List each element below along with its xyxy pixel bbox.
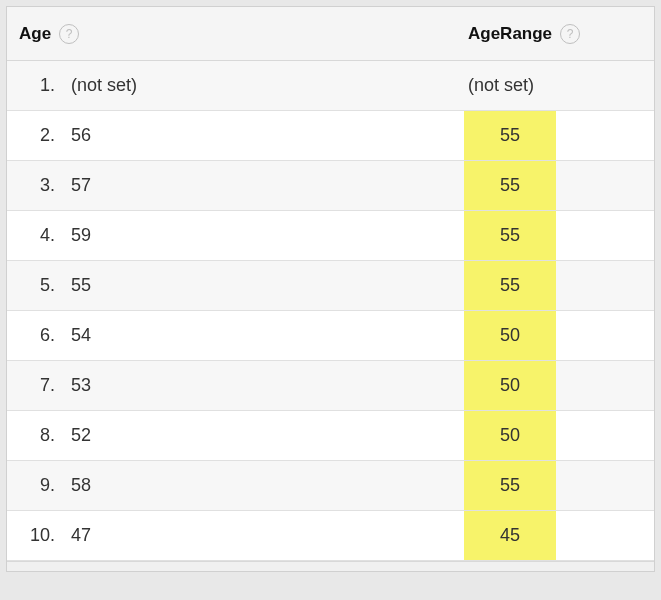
agerange-value: 45 (464, 511, 556, 560)
agerange-value: 50 (464, 361, 556, 410)
cell-agerange: 50 (464, 361, 654, 410)
age-value: 47 (65, 525, 91, 546)
row-number: 2. (7, 125, 65, 146)
cell-agerange: 55 (464, 211, 654, 260)
age-value: 56 (65, 125, 91, 146)
table-row[interactable]: 5.5555 (7, 261, 654, 311)
table-row[interactable]: 4.5955 (7, 211, 654, 261)
row-number: 9. (7, 475, 65, 496)
cell-age: 10.47 (7, 511, 464, 560)
row-number: 1. (7, 75, 65, 96)
row-number: 8. (7, 425, 65, 446)
cell-age: 2.56 (7, 111, 464, 160)
cell-agerange: 55 (464, 261, 654, 310)
table-row[interactable]: 1.(not set)(not set) (7, 61, 654, 111)
table-row[interactable]: 6.5450 (7, 311, 654, 361)
cell-age: 6.54 (7, 311, 464, 360)
cell-age: 3.57 (7, 161, 464, 210)
agerange-value: 55 (464, 111, 556, 160)
cell-agerange: 50 (464, 411, 654, 460)
row-number: 4. (7, 225, 65, 246)
cell-agerange: 55 (464, 111, 654, 160)
table-row[interactable]: 3.5755 (7, 161, 654, 211)
cell-age: 5.55 (7, 261, 464, 310)
cell-age: 9.58 (7, 461, 464, 510)
table-row[interactable]: 8.5250 (7, 411, 654, 461)
row-number: 10. (7, 525, 65, 546)
cell-age: 7.53 (7, 361, 464, 410)
age-value: 55 (65, 275, 91, 296)
cell-agerange: (not set) (464, 61, 654, 110)
table-row[interactable]: 10.4745 (7, 511, 654, 561)
help-icon[interactable]: ? (59, 24, 79, 44)
cell-age: 8.52 (7, 411, 464, 460)
row-number: 6. (7, 325, 65, 346)
cell-agerange: 50 (464, 311, 654, 360)
table-header: Age ? AgeRange ? (7, 7, 654, 61)
row-number: 3. (7, 175, 65, 196)
agerange-value: 55 (464, 161, 556, 210)
cell-agerange: 55 (464, 461, 654, 510)
age-value: 57 (65, 175, 91, 196)
cell-age: 4.59 (7, 211, 464, 260)
agerange-value: 55 (464, 261, 556, 310)
row-number: 7. (7, 375, 65, 396)
cell-agerange: 45 (464, 511, 654, 560)
age-value: 53 (65, 375, 91, 396)
cell-age: 1.(not set) (7, 61, 464, 110)
table-row[interactable]: 7.5350 (7, 361, 654, 411)
agerange-value: 50 (464, 311, 556, 360)
table-row[interactable]: 2.5655 (7, 111, 654, 161)
table-body: 1.(not set)(not set)2.56553.57554.59555.… (7, 61, 654, 561)
age-value: (not set) (65, 75, 137, 96)
cell-agerange: 55 (464, 161, 654, 210)
row-number: 5. (7, 275, 65, 296)
column-header-age[interactable]: Age ? (7, 24, 464, 44)
data-table: Age ? AgeRange ? 1.(not set)(not set)2.5… (6, 6, 655, 572)
age-value: 52 (65, 425, 91, 446)
agerange-value: 55 (464, 461, 556, 510)
age-value: 59 (65, 225, 91, 246)
column-label-age: Age (19, 24, 51, 44)
table-footer-strip (7, 561, 654, 571)
age-value: 54 (65, 325, 91, 346)
table-row[interactable]: 9.5855 (7, 461, 654, 511)
agerange-value: 50 (464, 411, 556, 460)
agerange-value: 55 (464, 211, 556, 260)
help-icon[interactable]: ? (560, 24, 580, 44)
age-value: 58 (65, 475, 91, 496)
column-header-agerange[interactable]: AgeRange ? (464, 24, 654, 44)
agerange-value: (not set) (464, 61, 534, 110)
column-label-agerange: AgeRange (468, 24, 552, 44)
